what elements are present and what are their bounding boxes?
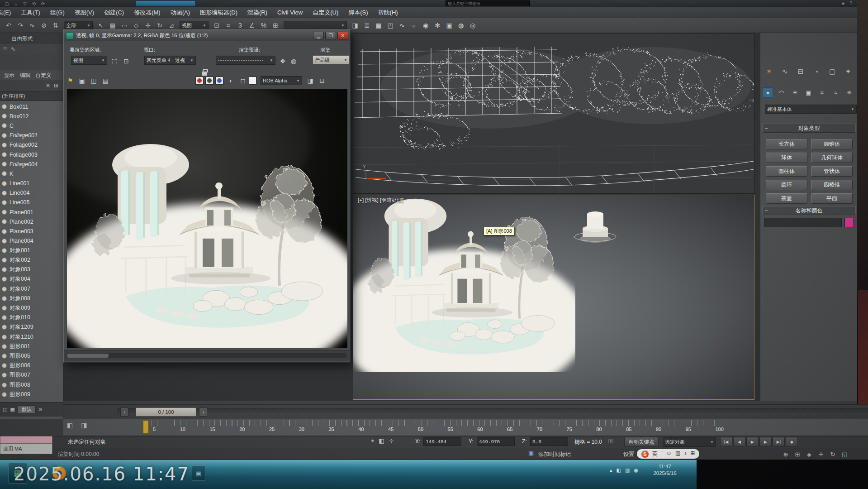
list-item[interactable]: 图形005 <box>0 351 63 361</box>
auto-key-button[interactable]: 自动关键点 <box>624 437 659 447</box>
tray-expand-icon[interactable]: ▴ <box>610 467 612 473</box>
edit-icon[interactable]: ✎ <box>11 46 15 53</box>
teapot-button[interactable]: 茶壶 <box>766 193 807 204</box>
shapes-icon[interactable]: ◠ <box>776 87 787 98</box>
list-item[interactable]: 对象002 <box>0 255 63 265</box>
list-item[interactable]: Foliage003 <box>0 150 63 159</box>
tray-display-icon[interactable]: ◧ <box>617 467 621 473</box>
key-mode-button[interactable]: ◆ <box>786 437 798 447</box>
help-icon[interactable]: ? <box>849 1 852 6</box>
list-item[interactable]: Box012 <box>0 111 63 121</box>
current-frame-marker[interactable] <box>143 420 149 434</box>
sogou-voice-icon[interactable]: ♪ <box>684 450 687 458</box>
zoom-extents-icon[interactable]: ◈ <box>803 450 815 459</box>
y-coordinate-field[interactable] <box>477 437 515 446</box>
explorer-tab-customize[interactable]: 自定义 <box>34 72 53 79</box>
list-item[interactable]: C <box>0 121 63 130</box>
go-to-end-button[interactable]: ▶| <box>773 437 785 447</box>
menu-edit[interactable]: 编辑(E) <box>0 9 16 17</box>
list-icon[interactable]: ≣ <box>3 46 7 53</box>
clone-window-icon[interactable]: ◫ <box>88 75 99 86</box>
horizontal-scrollbar[interactable] <box>66 353 346 358</box>
pyramid-button[interactable]: 四棱锥 <box>811 180 853 190</box>
play-button[interactable]: ▶ <box>746 437 759 447</box>
close-button[interactable]: ✕ <box>337 32 348 39</box>
menu-modifiers[interactable]: 修改器(M) <box>129 9 166 17</box>
previous-frame-arrow[interactable]: ‹ <box>120 408 128 417</box>
motion-tab-icon[interactable]: ◔ <box>811 66 822 77</box>
bind-to-space-warp-icon[interactable]: ⇅ <box>50 20 61 31</box>
list-item[interactable]: 对象004 <box>0 274 63 284</box>
new-scene-icon[interactable]: ▢ <box>4 1 10 6</box>
tube-button[interactable]: 管状体 <box>811 166 853 177</box>
copy-image-icon[interactable]: ▣ <box>76 75 87 86</box>
list-item[interactable]: K <box>0 169 63 178</box>
show-keys-icon[interactable]: ◨ <box>81 422 87 429</box>
menu-rendering[interactable]: 渲染(R) <box>242 9 272 17</box>
list-item[interactable]: 图形006 <box>0 361 63 370</box>
menu-help[interactable]: 帮助(H) <box>373 9 403 17</box>
wireframe-viewport[interactable]: Y <box>353 33 754 194</box>
selection-set-dropdown[interactable]: 选定对象▼ <box>663 437 716 447</box>
name-color-rollout[interactable]: − 名称和颜色 <box>762 206 856 215</box>
render-preset-dropdown[interactable]: ▼ <box>216 56 275 65</box>
list-item[interactable]: 对象009 <box>0 303 63 313</box>
layer-manager-icon[interactable]: ▦ <box>373 20 384 31</box>
layers-icon-rfw[interactable]: ◨ <box>305 75 316 86</box>
selection-filter-dropdown[interactable]: 全部▼ <box>64 21 93 30</box>
select-and-link-icon[interactable]: ∿ <box>27 20 38 31</box>
alpha-channel-icon[interactable]: ◐ <box>226 75 237 86</box>
mirror-icon[interactable]: ◨ <box>350 20 360 31</box>
add-time-tag-icon[interactable]: ▣ <box>528 450 534 456</box>
viewport-label[interactable]: [+] [透视] [明暗处理] <box>358 197 403 204</box>
blue-channel-icon[interactable] <box>215 77 223 85</box>
sogou-keyboard-icon[interactable]: ▥ <box>675 450 680 458</box>
sogou-panel-icon[interactable]: ⊞ <box>690 450 695 458</box>
explorer-tab-display[interactable]: 显示 <box>2 72 16 79</box>
orbit-icon[interactable]: ↻ <box>827 450 839 459</box>
track-bar[interactable]: ◧ ◨ 510152025303540455055606570758085909… <box>63 419 868 436</box>
rendered-image[interactable] <box>67 89 347 348</box>
zoom-all-icon[interactable]: ⊞ <box>792 450 803 459</box>
helpers-icon[interactable]: ⌗ <box>817 87 827 98</box>
sogou-lang-icon[interactable]: 英 <box>652 450 658 458</box>
render-setup-icon-rfw[interactable]: ❖ <box>277 56 288 67</box>
list-item[interactable]: 对象008 <box>0 294 63 303</box>
macro-recorder-field[interactable] <box>0 436 52 443</box>
taskbar-app-other[interactable]: ▣ <box>192 465 205 481</box>
auto-region-icon[interactable]: ⊡ <box>121 56 132 67</box>
box-button[interactable]: 长方体 <box>766 139 807 149</box>
list-item[interactable]: Line004 <box>0 188 63 198</box>
tray-network-icon[interactable]: ▥ <box>625 467 630 473</box>
previous-frame-button[interactable]: ◀ <box>733 437 745 447</box>
utilities-tab-icon[interactable]: ✦ <box>842 66 854 77</box>
scrollbar-thumb[interactable] <box>67 354 109 358</box>
color-swatch[interactable] <box>249 77 256 85</box>
qat-redo-icon[interactable]: ⟳ <box>40 1 46 6</box>
schematic-view-icon[interactable]: ⌔ <box>408 20 419 31</box>
print-image-icon[interactable]: ▤ <box>100 75 111 86</box>
list-item[interactable]: 对象001 <box>0 246 63 255</box>
explorer-tab-edit[interactable]: 编辑 <box>18 72 32 79</box>
sogou-settings-label[interactable]: 设置 <box>623 451 634 458</box>
set-key-icon[interactable]: ⚿ <box>608 437 613 445</box>
ribbon-toggle-icon[interactable]: ◳ <box>385 20 396 31</box>
list-item[interactable]: Plane003 <box>0 226 63 236</box>
selection-lock-icon[interactable]: ◧ <box>379 437 384 445</box>
list-item[interactable]: 对象007 <box>0 284 63 294</box>
green-channel-icon[interactable] <box>205 77 213 85</box>
sogou-logo-icon[interactable]: S <box>641 451 649 458</box>
time-slider-track[interactable] <box>118 408 868 416</box>
render-mode-button[interactable]: 产品级▼ <box>313 55 350 64</box>
torus-button[interactable]: 圆环 <box>766 180 807 190</box>
material-editor-icon[interactable]: ◉ <box>420 20 431 31</box>
edit-region-icon[interactable]: ⬚ <box>109 56 120 67</box>
pan-icon[interactable]: ✛ <box>815 450 827 459</box>
list-item[interactable]: Box011 <box>0 102 63 111</box>
pixel-info-icon[interactable]: ⊡ <box>317 75 327 86</box>
curve-editor-icon[interactable]: ∿ <box>397 20 408 31</box>
list-item[interactable]: 图形007 <box>0 370 63 380</box>
reference-coordinate-dropdown[interactable]: 视图▼ <box>180 21 209 30</box>
menu-animation[interactable]: 动画(A) <box>166 9 195 17</box>
environment-icon[interactable]: ◍ <box>288 56 299 67</box>
